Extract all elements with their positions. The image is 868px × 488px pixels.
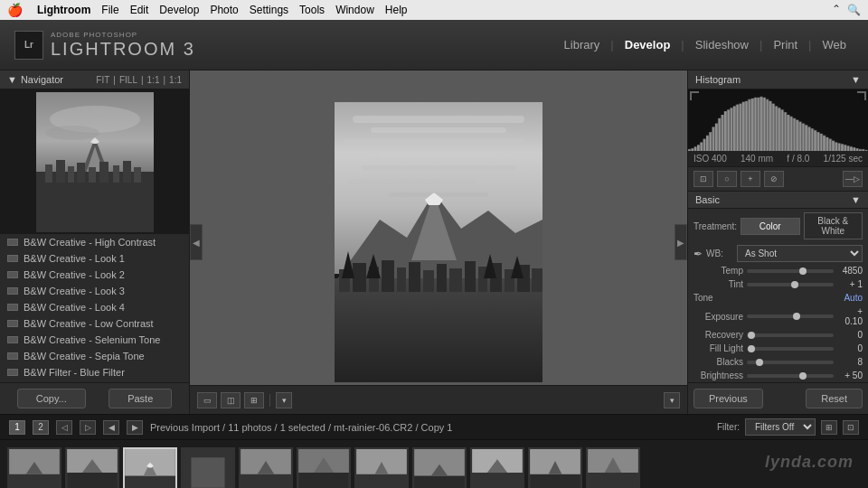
hist-focal: 140 mm <box>741 154 773 164</box>
spot-removal-tool[interactable]: ○ <box>717 171 737 187</box>
exposure-slider-row: Exposure + 0.10 <box>688 305 868 328</box>
paste-button[interactable]: Paste <box>108 389 172 408</box>
filmstrip-page-1[interactable]: 1 <box>9 420 25 435</box>
wb-select[interactable]: As Shot <box>737 245 863 262</box>
filmstrip-thumb-4[interactable] <box>181 447 235 489</box>
temp-slider[interactable] <box>747 269 834 273</box>
filmstrip-thumb-11[interactable] <box>586 447 640 489</box>
filmstrip-nav-right[interactable]: ▶ <box>127 420 143 435</box>
right-panel-collapse-arrow[interactable]: ▶ <box>675 224 687 260</box>
filmstrip-grid-button[interactable]: ⊞ <box>821 420 837 435</box>
navigator-header[interactable]: ▼ Navigator FIT | FILL | 1:1 | 1:1 <box>0 70 189 89</box>
app-header: Lr ADOBE PHOTOSHOP LIGHTROOM 3 Library |… <box>0 20 868 70</box>
brightness-slider[interactable] <box>747 374 834 378</box>
menu-tools[interactable]: Tools <box>299 4 325 16</box>
filmstrip-thumb-2[interactable] <box>65 447 119 489</box>
nav-fill[interactable]: FILL <box>119 75 137 85</box>
temp-thumb[interactable] <box>799 267 807 275</box>
copy-button[interactable]: Copy... <box>17 389 86 408</box>
toolbar-dropdown[interactable]: ▾ <box>276 392 292 408</box>
filmstrip-nav-left[interactable]: ◀ <box>103 420 119 435</box>
preset-item[interactable]: B&W Creative - Look 3 <box>0 283 189 299</box>
search-icon[interactable]: 🔍 <box>847 4 861 16</box>
previous-button[interactable]: Previous <box>693 389 763 408</box>
red-eye-tool[interactable]: + <box>741 171 760 187</box>
filmstrip-thumb-3[interactable] <box>123 447 177 489</box>
menu-lightroom[interactable]: Lightroom <box>37 4 90 16</box>
reset-button[interactable]: Reset <box>806 389 863 408</box>
menu-settings[interactable]: Settings <box>250 4 288 16</box>
left-panel-collapse-arrow[interactable]: ◀ <box>190 224 203 260</box>
graduated-filter-tool[interactable]: ⊘ <box>764 171 784 187</box>
filmstrip-thumb-1[interactable] <box>7 447 61 489</box>
color-treatment-button[interactable]: Color <box>741 218 800 235</box>
adjustment-brush-tool[interactable]: —▷ <box>843 171 863 187</box>
filmstrip-next-button[interactable]: ▷ <box>80 420 96 435</box>
nav-web[interactable]: Web <box>816 34 854 55</box>
recovery-thumb[interactable] <box>748 332 755 339</box>
histogram-header[interactable]: Histogram ▼ <box>688 70 868 89</box>
right-panel: Histogram ▼ ISO 400 140 mm f / 8.0 1/125… <box>687 70 868 414</box>
apple-menu[interactable]: 🍎 <box>7 3 23 17</box>
exposure-slider[interactable] <box>747 314 834 318</box>
menu-develop[interactable]: Develop <box>159 4 199 16</box>
filmstrip-expand-button[interactable]: ⊡ <box>843 420 859 435</box>
single-view-button[interactable]: ▭ <box>197 392 217 408</box>
nav-1-1[interactable]: 1:1 <box>147 75 160 85</box>
compare-view-button[interactable]: ◫ <box>221 392 241 408</box>
nav-develop[interactable]: Develop <box>618 34 678 55</box>
filmstrip-page-2[interactable]: 2 <box>33 420 49 435</box>
survey-view-button[interactable]: ⊞ <box>244 392 264 408</box>
nav-slideshow[interactable]: Slideshow <box>688 34 756 55</box>
nav-print[interactable]: Print <box>766 34 805 55</box>
menu-file[interactable]: File <box>101 4 118 16</box>
menu-help[interactable]: Help <box>385 4 408 16</box>
toolbar-right-arrow[interactable]: ▾ <box>664 392 680 408</box>
fill-light-slider[interactable] <box>747 347 834 351</box>
preset-item[interactable]: B&W Creative - Look 1 <box>0 250 189 267</box>
filmstrip-thumb-5[interactable] <box>239 447 293 489</box>
svg-rect-23 <box>348 179 475 184</box>
nav-custom[interactable]: 1:1 <box>169 75 182 85</box>
preset-item[interactable]: B&W Creative - Selenium Tone <box>0 332 189 348</box>
filmstrip-path[interactable]: Previous Import / 11 photos / 1 selected… <box>150 422 710 433</box>
preset-item[interactable]: B&W Creative - Look 4 <box>0 299 189 315</box>
fill-light-thumb[interactable] <box>748 345 755 352</box>
triangle-icon: ▼ <box>7 74 17 85</box>
filmstrip-thumb-9[interactable] <box>470 447 524 489</box>
preset-item[interactable]: B&W Creative - Look 2 <box>0 267 189 283</box>
tint-slider[interactable] <box>747 283 834 286</box>
preset-item[interactable]: B&W Creative - Sepia Tone <box>0 348 189 364</box>
nav-fit[interactable]: FIT <box>96 75 109 85</box>
filmstrip-thumb-8[interactable] <box>412 447 467 489</box>
filter-label: Filter: <box>717 422 740 432</box>
tone-auto-button[interactable]: Auto <box>844 293 863 303</box>
filmstrip-thumb-10[interactable] <box>528 447 582 489</box>
filmstrip-thumb-6[interactable] <box>297 447 351 489</box>
svg-rect-30 <box>353 263 366 292</box>
menu-edit[interactable]: Edit <box>130 4 149 16</box>
preset-item[interactable]: B&W Creative - High Contrast <box>0 234 189 250</box>
basic-panel-header[interactable]: Basic ▼ <box>688 191 868 209</box>
lynda-watermark: lynda.com <box>765 453 854 472</box>
eyedropper-icon[interactable]: ✒ <box>693 248 703 260</box>
exposure-thumb[interactable] <box>793 313 800 320</box>
logo-text: ADOBE PHOTOSHOP LIGHTROOM 3 <box>51 31 195 60</box>
filter-select[interactable]: Filters Off <box>745 418 816 436</box>
filmstrip-prev-button[interactable]: ◁ <box>56 420 72 435</box>
menu-photo[interactable]: Photo <box>210 4 238 16</box>
preset-item[interactable]: B&W Filter - Blue Filter <box>0 364 189 380</box>
menu-window[interactable]: Window <box>335 4 374 16</box>
temp-slider-row: Temp 4850 <box>688 264 868 277</box>
nav-library[interactable]: Library <box>557 34 608 55</box>
blacks-thumb[interactable] <box>756 359 763 366</box>
crop-tool[interactable]: ⊡ <box>693 171 713 187</box>
preset-item[interactable]: B&W Creative - Low Contrast <box>0 315 189 332</box>
tint-thumb[interactable] <box>791 281 798 288</box>
filmstrip-thumb-7[interactable] <box>354 447 409 489</box>
recovery-slider[interactable] <box>747 333 834 337</box>
brightness-thumb[interactable] <box>799 372 807 380</box>
blacks-slider[interactable] <box>747 361 834 364</box>
bw-treatment-button[interactable]: Black & White <box>804 212 863 239</box>
basic-arrow: ▼ <box>851 194 861 205</box>
